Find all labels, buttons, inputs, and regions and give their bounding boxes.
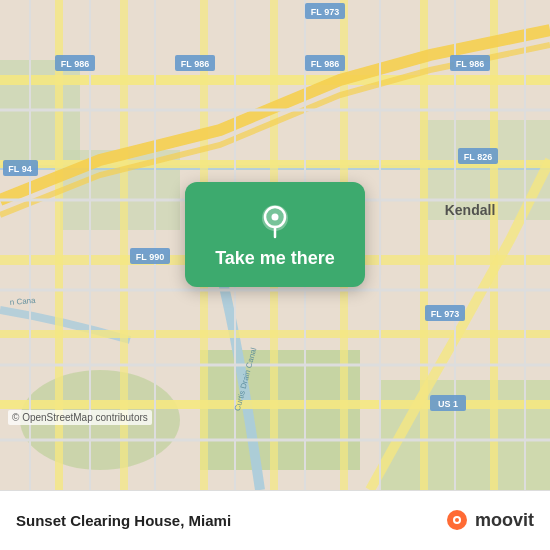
bottom-bar: Sunset Clearing House, Miami moovit	[0, 490, 550, 550]
svg-text:US 1: US 1	[438, 399, 458, 409]
map-container: FL 973 FL 986 FL 986 FL 986 FL 986 FL 94…	[0, 0, 550, 490]
svg-text:FL 986: FL 986	[181, 59, 209, 69]
location-pin-icon	[256, 202, 294, 240]
svg-text:FL 826: FL 826	[464, 152, 492, 162]
svg-rect-3	[200, 350, 360, 470]
svg-rect-19	[490, 0, 498, 490]
moovit-pin-icon	[443, 507, 471, 535]
take-me-there-button[interactable]: Take me there	[185, 182, 365, 287]
svg-point-61	[455, 518, 459, 522]
svg-text:FL 973: FL 973	[311, 7, 339, 17]
svg-text:FL 986: FL 986	[311, 59, 339, 69]
moovit-brand-text: moovit	[475, 510, 534, 531]
svg-text:FL 986: FL 986	[61, 59, 89, 69]
svg-text:FL 94: FL 94	[8, 164, 31, 174]
cta-label: Take me there	[215, 248, 335, 269]
location-name: Sunset Clearing House, Miami	[16, 512, 231, 529]
svg-text:Kendall: Kendall	[445, 202, 496, 218]
svg-text:FL 973: FL 973	[431, 309, 459, 319]
svg-text:FL 990: FL 990	[136, 252, 164, 262]
map-attribution: © OpenStreetMap contributors	[8, 410, 152, 425]
svg-text:FL 986: FL 986	[456, 59, 484, 69]
svg-point-58	[272, 214, 279, 221]
moovit-logo: moovit	[443, 507, 534, 535]
location-info: Sunset Clearing House, Miami	[16, 512, 231, 529]
